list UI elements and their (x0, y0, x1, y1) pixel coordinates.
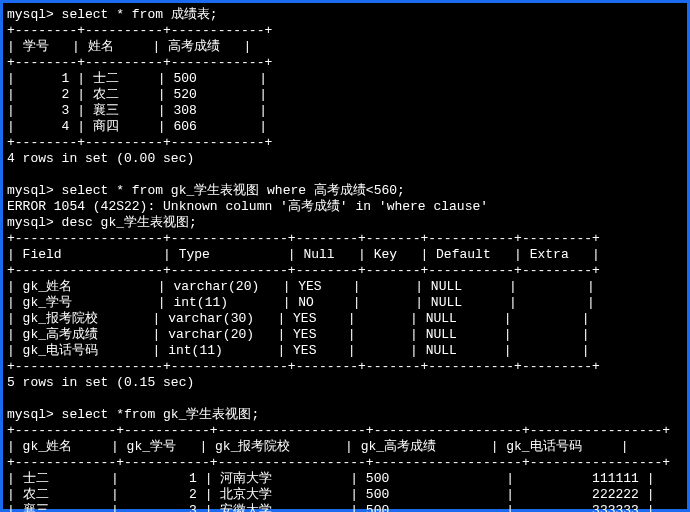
table-border: +--------+----------+------------+ (7, 55, 272, 70)
table-row: | 士二 | 1 | 河南大学 | 500 | 111111 | (7, 471, 655, 486)
table-row: | 4 | 商四 | 606 | (7, 119, 267, 134)
table-row: | 1 | 士二 | 500 | (7, 71, 267, 86)
table-row: | gk_报考院校 | varchar(30) | YES | | NULL |… (7, 311, 590, 326)
result-summary: 5 rows in set (0.15 sec) (7, 375, 194, 390)
sql-query[interactable]: mysql> select * from gk_学生表视图 where 高考成绩… (7, 183, 405, 198)
table-border: +-------------+-----------+-------------… (7, 423, 670, 438)
table-border: +--------+----------+------------+ (7, 135, 272, 150)
table-border: +--------+----------+------------+ (7, 23, 272, 38)
table-row: | 农二 | 2 | 北京大学 | 500 | 222222 | (7, 487, 655, 502)
table-header-row: | 学号 | 姓名 | 高考成绩 | (7, 39, 251, 54)
error-message: ERROR 1054 (42S22): Unknown column '高考成绩… (7, 199, 488, 214)
sql-query[interactable]: mysql> select * from 成绩表; (7, 7, 218, 22)
result-summary: 4 rows in set (0.00 sec) (7, 151, 194, 166)
terminal-window[interactable]: mysql> select * from 成绩表; +--------+----… (0, 0, 690, 512)
table-border: +-------------+-----------+-------------… (7, 455, 670, 470)
table-border: +-------------------+---------------+---… (7, 359, 600, 374)
table-row: | 3 | 襄三 | 308 | (7, 103, 267, 118)
sql-query[interactable]: mysql> desc gk_学生表视图; (7, 215, 197, 230)
table-border: +-------------------+---------------+---… (7, 231, 600, 246)
table-header-row: | Field | Type | Null | Key | Default | … (7, 247, 600, 262)
table-row: | gk_学号 | int(11) | NO | | NULL | | (7, 295, 595, 310)
table-header-row: | gk_姓名 | gk_学号 | gk_报考院校 | gk_高考成绩 | gk… (7, 439, 628, 454)
table-row: | gk_高考成绩 | varchar(20) | YES | | NULL |… (7, 327, 590, 342)
sql-query[interactable]: mysql> select *from gk_学生表视图; (7, 407, 259, 422)
table-row: | 襄三 | 3 | 安徽大学 | 500 | 333333 | (7, 503, 655, 512)
table-row: | gk_姓名 | varchar(20) | YES | | NULL | | (7, 279, 595, 294)
table-row: | gk_电话号码 | int(11) | YES | | NULL | | (7, 343, 590, 358)
table-border: +-------------------+---------------+---… (7, 263, 600, 278)
table-row: | 2 | 农二 | 520 | (7, 87, 267, 102)
